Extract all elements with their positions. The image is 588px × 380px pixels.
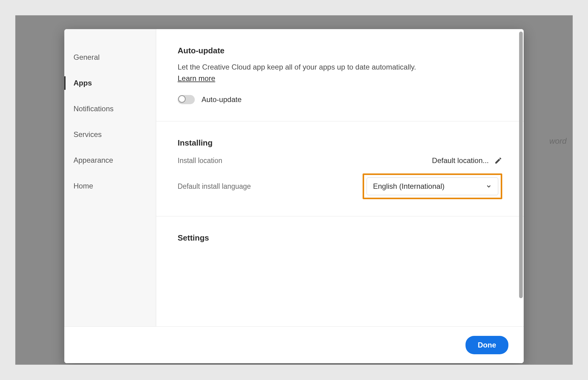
sidebar-item-label: Home	[74, 182, 93, 190]
auto-update-toggle-row: Auto-update	[178, 95, 502, 104]
select-value: English (International)	[373, 182, 444, 191]
section-title: Auto-update	[178, 46, 502, 55]
section-title: Settings	[178, 233, 502, 243]
sidebar-item-label: Appearance	[74, 156, 113, 164]
settings-section: Settings	[156, 216, 524, 252]
sidebar-item-apps[interactable]: Apps	[64, 70, 156, 96]
sidebar: General Apps Notifications Services Appe…	[64, 29, 156, 326]
sidebar-item-services[interactable]: Services	[64, 122, 156, 147]
dialog-body: General Apps Notifications Services Appe…	[64, 29, 524, 326]
auto-update-toggle[interactable]	[178, 95, 195, 104]
sidebar-item-notifications[interactable]: Notifications	[64, 96, 156, 122]
install-language-select[interactable]: English (International)	[367, 177, 498, 195]
toggle-label: Auto-update	[202, 95, 242, 104]
preferences-dialog: General Apps Notifications Services Appe…	[64, 29, 524, 363]
scrollbar-thumb[interactable]	[519, 32, 523, 298]
sidebar-item-label: General	[74, 53, 100, 61]
install-location-row: Install location Default location...	[178, 156, 502, 165]
install-location-label: Install location	[178, 157, 222, 165]
section-description: Let the Creative Cloud app keep all of y…	[178, 62, 502, 73]
toggle-knob	[178, 95, 186, 103]
sidebar-item-general[interactable]: General	[64, 44, 156, 70]
sidebar-item-appearance[interactable]: Appearance	[64, 147, 156, 173]
install-language-label: Default install language	[178, 182, 251, 191]
highlight-annotation: English (International)	[363, 173, 502, 199]
scrollbar-track[interactable]	[519, 32, 523, 301]
section-title: Installing	[178, 138, 502, 148]
auto-update-section: Auto-update Let the Creative Cloud app k…	[156, 29, 524, 121]
sidebar-item-label: Services	[74, 130, 102, 139]
done-button[interactable]: Done	[466, 336, 508, 354]
sidebar-item-label: Notifications	[74, 104, 114, 113]
installing-section: Installing Install location Default loca…	[156, 121, 524, 216]
background-overlay: word General Apps Notifications Services	[15, 15, 573, 365]
dialog-footer: Done	[64, 326, 524, 363]
chevron-down-icon	[486, 183, 492, 189]
install-language-row: Default install language English (Intern…	[178, 173, 502, 199]
background-divider	[518, 151, 573, 151]
background-hint-text: word	[549, 136, 567, 146]
pencil-icon[interactable]	[494, 157, 502, 165]
sidebar-item-home[interactable]: Home	[64, 173, 156, 199]
content-area: Auto-update Let the Creative Cloud app k…	[156, 29, 524, 326]
learn-more-link[interactable]: Learn more	[178, 74, 215, 83]
sidebar-item-label: Apps	[74, 79, 92, 87]
install-location-value: Default location...	[432, 156, 489, 165]
